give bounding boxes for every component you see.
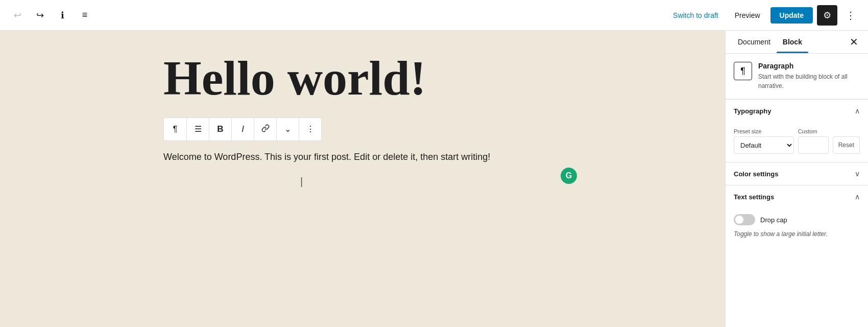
typography-title: Typography — [734, 107, 771, 115]
bold-icon: B — [217, 124, 223, 134]
post-title[interactable]: Hello world! — [163, 51, 562, 105]
custom-size-input[interactable] — [798, 136, 829, 154]
paragraph-icon: ¶ — [173, 125, 178, 134]
close-icon: ✕ — [850, 36, 858, 48]
block-description: Start with the building block of all nar… — [758, 72, 860, 90]
paragraph-block-icon: ¶ — [740, 66, 745, 77]
redo-button[interactable]: ↪ — [31, 6, 49, 25]
list-view-button[interactable]: ≡ — [76, 6, 94, 25]
editor-area[interactable]: Hello world! ¶ ☰ B I — [0, 31, 725, 327]
preset-group: Preset size DefaultSmallMediumLargeX-Lar… — [734, 128, 794, 154]
align-button[interactable]: ☰ — [186, 118, 209, 141]
panel-tabs: Document Block ✕ — [726, 31, 868, 54]
tab-document[interactable]: Document — [732, 31, 777, 53]
list-icon: ≡ — [82, 10, 88, 20]
italic-button[interactable]: I — [231, 118, 254, 141]
chevron-down-icon: ⌄ — [284, 124, 291, 134]
editor-content: Hello world! ¶ ☰ B I — [163, 51, 562, 307]
more-icon: ⋮ — [846, 9, 856, 21]
drop-cap-toggle[interactable] — [734, 214, 755, 225]
align-icon: ☰ — [195, 124, 202, 134]
color-settings-chevron: ∨ — [855, 170, 860, 178]
typography-section-header[interactable]: Typography ∧ — [726, 99, 868, 122]
block-type-icon: ¶ — [734, 62, 752, 80]
cursor-line — [163, 173, 562, 183]
preset-custom-row: Preset size DefaultSmallMediumLargeX-Lar… — [734, 128, 860, 154]
redo-icon: ↪ — [36, 10, 44, 21]
more-rich-text-button[interactable]: ⌄ — [276, 118, 299, 141]
preset-label: Preset size — [734, 128, 794, 134]
post-body-text: Welcome to WordPress. This is your first… — [163, 152, 490, 162]
block-name: Paragraph — [758, 62, 860, 70]
more-options-button[interactable]: ⋮ — [841, 6, 860, 25]
italic-icon: I — [242, 124, 244, 134]
settings-button[interactable]: ⚙ — [817, 5, 837, 26]
bold-button[interactable]: B — [209, 118, 231, 141]
panel-close-button[interactable]: ✕ — [846, 34, 862, 50]
preset-select[interactable]: DefaultSmallMediumLargeX-Large — [734, 136, 794, 154]
tab-block[interactable]: Block — [777, 31, 808, 53]
overflow-icon: ⋮ — [306, 124, 315, 134]
top-bar: ↩ ↪ ℹ ≡ Switch to draft Preview Update ⚙… — [0, 0, 868, 31]
grammarly-icon[interactable]: G — [561, 168, 577, 184]
link-icon — [261, 124, 270, 134]
custom-group: Custom — [798, 128, 829, 154]
paragraph-type-button[interactable]: ¶ — [164, 118, 186, 141]
info-icon: ℹ — [61, 10, 64, 21]
text-settings-title: Text settings — [734, 193, 774, 201]
block-info: ¶ Paragraph Start with the building bloc… — [726, 54, 868, 99]
block-toolbar: ¶ ☰ B I ⌄ — [163, 118, 322, 141]
typography-section-content: Preset size DefaultSmallMediumLargeX-Lar… — [726, 122, 868, 162]
text-settings-section-header[interactable]: Text settings ∧ — [726, 185, 868, 208]
color-settings-title: Color settings — [734, 170, 778, 178]
post-body[interactable]: Welcome to WordPress. This is your first… — [163, 149, 562, 183]
link-button[interactable] — [254, 118, 276, 141]
text-settings-chevron: ∧ — [855, 193, 860, 201]
switch-to-draft-button[interactable]: Switch to draft — [667, 8, 725, 22]
custom-label: Custom — [798, 128, 829, 134]
block-info-text: Paragraph Start with the building block … — [758, 62, 860, 90]
preview-button[interactable]: Preview — [729, 8, 766, 22]
right-panel: Document Block ✕ ¶ Paragraph Start with … — [725, 31, 868, 327]
undo-icon: ↩ — [14, 10, 21, 21]
text-settings-content: Drop cap Toggle to show a large initial … — [726, 208, 868, 247]
drop-cap-row: Drop cap — [734, 214, 860, 225]
settings-icon: ⚙ — [823, 10, 831, 21]
undo-button[interactable]: ↩ — [8, 6, 27, 25]
toolbar-left: ↩ ↪ ℹ ≡ — [8, 6, 94, 25]
toolbar-right: Switch to draft Preview Update ⚙ ⋮ — [667, 5, 860, 26]
drop-cap-label: Drop cap — [760, 216, 787, 224]
main-layout: Hello world! ¶ ☰ B I — [0, 31, 868, 327]
update-button[interactable]: Update — [770, 7, 813, 24]
reset-button[interactable]: Reset — [833, 136, 860, 154]
color-settings-section-header[interactable]: Color settings ∨ — [726, 162, 868, 185]
drop-cap-hint: Toggle to show a large initial letter. — [734, 229, 860, 239]
block-more-options-button[interactable]: ⋮ — [299, 118, 321, 141]
info-button[interactable]: ℹ — [53, 6, 71, 25]
typography-chevron: ∧ — [855, 107, 860, 115]
